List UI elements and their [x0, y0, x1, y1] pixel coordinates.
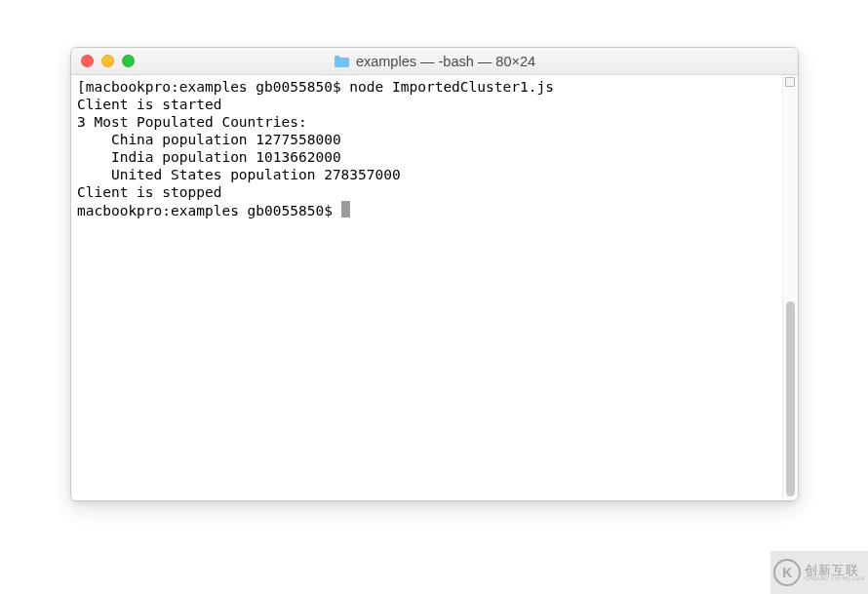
titlebar[interactable]: examples — -bash — 80×24	[71, 48, 798, 75]
window-title: examples — -bash — 80×24	[71, 54, 798, 69]
scroll-indicator-icon	[785, 77, 795, 87]
watermark-sub: CHUANG XIN HU LIAN	[805, 576, 865, 581]
terminal-line: 3 Most Populated Countries:	[77, 114, 307, 130]
terminal-line: China population 1277558000	[77, 132, 341, 147]
watermark-logo-icon: K	[773, 559, 801, 586]
terminal-content[interactable]: [macbookpro:examples gb0055850$ node Imp…	[75, 75, 777, 500]
scrollbar-track[interactable]	[782, 75, 798, 500]
maximize-icon[interactable]	[122, 55, 135, 67]
terminal-body[interactable]: [macbookpro:examples gb0055850$ node Imp…	[71, 75, 798, 500]
watermark-text: 创新互联 CHUANG XIN HU LIAN	[805, 564, 865, 581]
close-icon[interactable]	[81, 55, 94, 67]
terminal-line: India population 1013662000	[77, 149, 341, 165]
terminal-line: Client is started	[77, 97, 221, 112]
terminal-window: examples — -bash — 80×24 [macbookpro:exa…	[70, 47, 799, 501]
folder-icon	[334, 55, 350, 67]
traffic-lights	[71, 55, 135, 67]
window-title-text: examples — -bash — 80×24	[356, 54, 535, 69]
watermark: K 创新互联 CHUANG XIN HU LIAN	[770, 551, 868, 594]
terminal-line: [macbookpro:examples gb0055850$ node Imp…	[77, 79, 554, 95]
cursor-icon	[341, 201, 350, 218]
watermark-symbol: K	[782, 565, 792, 580]
terminal-prompt: macbookpro:examples gb0055850$	[77, 203, 341, 218]
terminal-line: Client is stopped	[77, 184, 221, 200]
minimize-icon[interactable]	[101, 55, 114, 67]
scrollbar-thumb[interactable]	[786, 301, 795, 496]
terminal-line: United States population 278357000	[77, 167, 401, 182]
